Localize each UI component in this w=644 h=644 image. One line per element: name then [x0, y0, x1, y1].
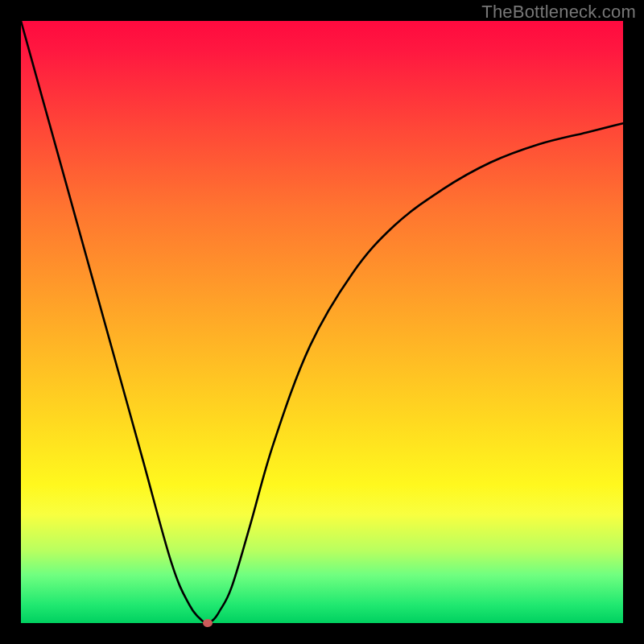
watermark-text: TheBottleneck.com [481, 2, 636, 23]
bottleneck-curve [21, 21, 623, 623]
curve-path [21, 21, 623, 623]
chart-frame: TheBottleneck.com [0, 0, 644, 644]
plot-area [21, 21, 623, 623]
optimal-point-marker [203, 619, 213, 627]
